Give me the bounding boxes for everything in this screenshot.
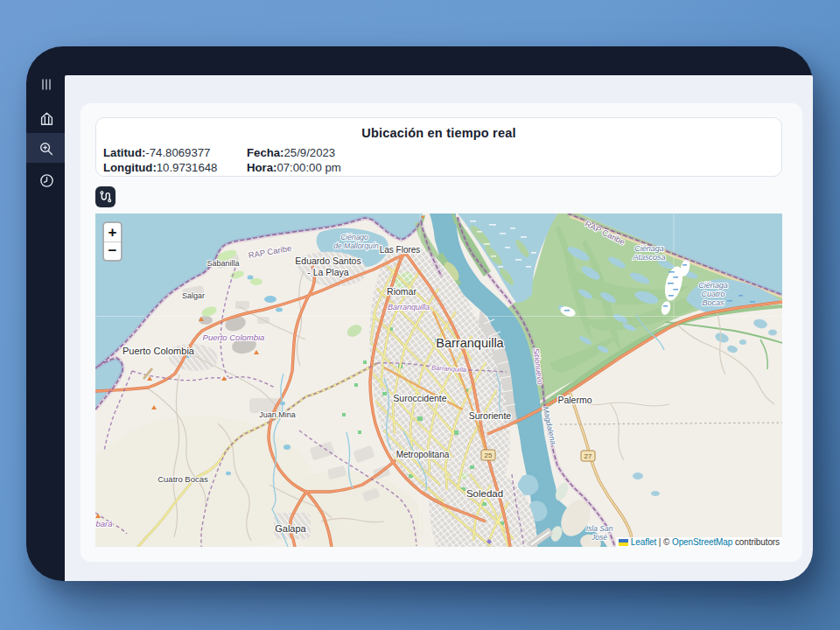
- svg-text:Palermo: Palermo: [557, 395, 592, 405]
- svg-text:Juan Mina: Juan Mina: [259, 410, 296, 419]
- svg-text:Ciénago: Ciénago: [340, 233, 368, 242]
- svg-text:Puerto Colombia: Puerto Colombia: [122, 346, 195, 356]
- svg-text:de Mallorquín: de Mallorquín: [333, 242, 379, 250]
- svg-text:Puerto Colombia: Puerto Colombia: [203, 332, 265, 342]
- svg-text:Atascosa: Atascosa: [632, 253, 665, 262]
- svg-text:Cuatro Bocas: Cuatro Bocas: [158, 474, 208, 484]
- svg-text:José: José: [591, 533, 607, 542]
- svg-text:Isla San: Isla San: [586, 524, 613, 533]
- svg-text:Suroriente: Suroriente: [469, 410, 512, 421]
- svg-text:Barranquilla: Barranquilla: [436, 336, 504, 350]
- svg-text:27: 27: [584, 452, 592, 460]
- svg-text:Ciénaga: Ciénaga: [634, 244, 664, 253]
- svg-text:Galapa: Galapa: [275, 523, 306, 534]
- svg-text:Suroccidente: Suroccidente: [393, 393, 446, 403]
- svg-text:bará: bará: [95, 519, 112, 528]
- svg-text:Eduardo Santos: Eduardo Santos: [295, 256, 360, 266]
- svg-text:Las Flores: Las Flores: [380, 245, 421, 255]
- svg-text:Riomar: Riomar: [387, 286, 416, 297]
- svg-text:25: 25: [485, 452, 493, 459]
- svg-text:Sabanilla: Sabanilla: [206, 259, 239, 268]
- svg-text:Bocas: Bocas: [702, 298, 724, 307]
- svg-text:- La Playa: - La Playa: [307, 267, 348, 277]
- svg-text:Ciénaga: Ciénaga: [698, 281, 728, 290]
- svg-text:Soledad: Soledad: [466, 488, 503, 499]
- svg-text:Cuatro: Cuatro: [701, 290, 724, 298]
- svg-text:Barranquilla: Barranquilla: [388, 303, 430, 312]
- svg-text:Metropolitana: Metropolitana: [396, 450, 450, 459]
- svg-text:Salgar: Salgar: [182, 291, 205, 300]
